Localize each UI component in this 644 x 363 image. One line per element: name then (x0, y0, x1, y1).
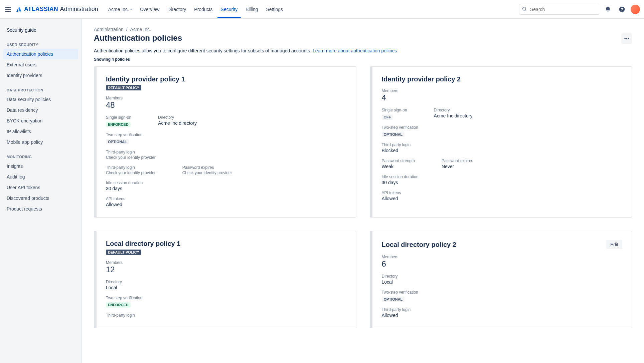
sidebar-item-external-users[interactable]: External users (3, 59, 78, 70)
directory-value: Local (106, 285, 347, 290)
twostep-badge: OPTIONAL (382, 297, 405, 302)
sso-label: Single sign-on (382, 108, 407, 112)
brand-suffix: Administration (60, 6, 98, 13)
page-title: Authentication policies (94, 33, 182, 43)
twostep-label: Two-step verification (106, 296, 347, 300)
atlassian-logo-icon (16, 6, 22, 12)
thirdparty-label: Third-party login (382, 307, 623, 312)
search-input[interactable] (519, 4, 599, 15)
breadcrumb-administration[interactable]: Administration (94, 27, 124, 32)
directory-label: Directory (158, 115, 197, 120)
thirdparty-value: Blocked (382, 148, 623, 153)
default-policy-badge: DEFAULT POLICY (106, 250, 141, 255)
svg-point-0 (523, 7, 526, 10)
sidebar-item-auth-policies[interactable]: Authentication policies (3, 49, 78, 59)
thirdparty-label-2: Third-party login (106, 165, 156, 170)
svg-text:?: ? (621, 7, 623, 11)
sidebar-item-byok[interactable]: BYOK encryption (3, 115, 78, 126)
avatar[interactable] (631, 5, 640, 14)
pwexpires-subtext: Check your identity provider (182, 170, 232, 175)
more-actions-button[interactable]: ••• (621, 33, 632, 44)
sidebar-item-product-requests[interactable]: Product requests (3, 204, 78, 214)
directory-value: Acme Inc directory (158, 120, 197, 126)
sidebar-group-user-security: USER SECURITY (3, 40, 78, 49)
directory-label: Directory (434, 108, 473, 112)
policy-card-local-2: Local directory policy 2 Edit Members 6 … (370, 231, 632, 328)
directory-label: Directory (382, 274, 623, 279)
sidebar-group-monitoring: MONITORING (3, 152, 78, 161)
policy-card-idp-2: Identity provider policy 2 Members 4 Sin… (370, 66, 632, 218)
help-icon[interactable]: ? (617, 4, 627, 15)
card-title: Local directory policy 2 (382, 241, 456, 249)
card-title: Identity provider policy 1 (106, 75, 347, 83)
thirdparty-value: Allowed (382, 313, 623, 318)
directory-value: Acme Inc directory (434, 113, 473, 118)
org-switcher[interactable]: Acme Inc. ▾ (105, 1, 135, 17)
apitokens-label: API tokens (382, 191, 623, 195)
members-value: 4 (382, 93, 623, 102)
pwexpires-label: Password expires (442, 158, 473, 163)
search-icon (522, 6, 527, 12)
nav-security[interactable]: Security (217, 1, 241, 17)
default-policy-badge: DEFAULT POLICY (106, 85, 141, 90)
sidebar-item-data-residency[interactable]: Data residency (3, 105, 78, 115)
twostep-badge: OPTIONAL (106, 139, 129, 144)
thirdparty-subtext-2: Check your identity provider (106, 170, 156, 175)
brand[interactable]: ATLASSIAN Administration (16, 6, 98, 13)
members-label: Members (382, 88, 623, 93)
nav-products[interactable]: Products (191, 1, 216, 17)
idle-value: 30 days (106, 186, 347, 191)
pwexpires-value: Never (442, 164, 473, 169)
thirdparty-label: Third-party login (106, 150, 347, 154)
sidebar-item-ip-allowlists[interactable]: IP allowlists (3, 126, 78, 137)
learn-more-link[interactable]: Learn more about authentication policies (313, 48, 397, 53)
top-nav: Acme Inc. ▾ Overview Directory Products … (105, 1, 286, 17)
showing-count: Showing 4 policies (94, 57, 632, 62)
svg-line-1 (525, 10, 526, 11)
nav-billing[interactable]: Billing (242, 1, 261, 17)
thirdparty-label: Third-party login (382, 142, 623, 147)
card-title: Local directory policy 1 (106, 240, 347, 248)
directory-value: Local (382, 279, 623, 285)
pwstrength-value: Weak (382, 164, 415, 169)
members-label: Members (106, 96, 347, 100)
sso-label: Single sign-on (106, 115, 131, 120)
app-switcher-icon[interactable] (4, 5, 12, 13)
members-label: Members (106, 260, 347, 265)
sso-badge: ENFORCED (106, 122, 131, 127)
top-bar: ATLASSIAN Administration Acme Inc. ▾ Ove… (0, 0, 644, 19)
sidebar-security-guide[interactable]: Security guide (3, 25, 78, 35)
sidebar-item-user-api-tokens[interactable]: User API tokens (3, 182, 78, 193)
sidebar-item-data-security[interactable]: Data security policies (3, 94, 78, 105)
idle-label: Idle session duration (106, 180, 347, 185)
breadcrumb-org[interactable]: Acme Inc. (130, 27, 151, 32)
nav-overview[interactable]: Overview (137, 1, 163, 17)
card-title: Identity provider policy 2 (382, 75, 623, 83)
idle-label: Idle session duration (382, 174, 623, 179)
nav-settings[interactable]: Settings (263, 1, 287, 17)
policy-card-idp-1: Identity provider policy 1 DEFAULT POLIC… (94, 66, 356, 218)
sso-badge: OFF (382, 114, 393, 120)
sidebar-item-audit-log[interactable]: Audit log (3, 171, 78, 182)
apitokens-value: Allowed (382, 196, 623, 201)
members-label: Members (382, 255, 623, 259)
sidebar-item-insights[interactable]: Insights (3, 161, 78, 171)
sidebar: Security guide USER SECURITY Authenticat… (0, 19, 82, 363)
chevron-down-icon: ▾ (130, 7, 132, 11)
thirdparty-subtext: Check your identity provider (106, 155, 347, 160)
search-box (519, 4, 599, 15)
thirdparty-label: Third-party login (106, 313, 347, 318)
idle-value: 30 days (382, 180, 623, 185)
notifications-icon[interactable] (603, 4, 613, 15)
sidebar-item-discovered-products[interactable]: Discovered products (3, 193, 78, 204)
sidebar-item-mobile-app-policy[interactable]: Mobile app policy (3, 137, 78, 147)
nav-directory[interactable]: Directory (164, 1, 189, 17)
twostep-label: Two-step verification (382, 125, 623, 130)
twostep-badge: ENFORCED (106, 302, 131, 308)
edit-button[interactable]: Edit (606, 240, 622, 249)
main-content: Administration / Acme Inc. Authenticatio… (82, 19, 644, 363)
twostep-label: Two-step verification (382, 290, 623, 295)
sidebar-item-identity-providers[interactable]: Identity providers (3, 70, 78, 81)
org-name: Acme Inc. (108, 7, 129, 12)
directory-label: Directory (106, 280, 347, 284)
